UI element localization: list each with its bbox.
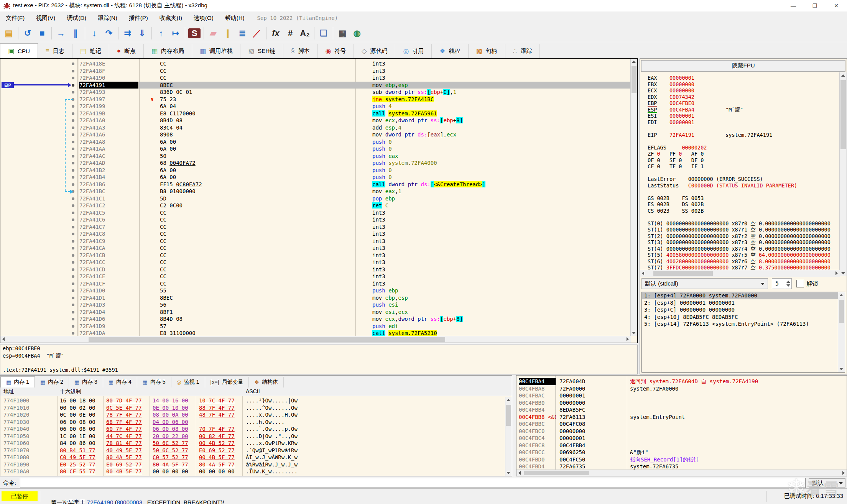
disasm-row[interactable]: 72FA41CCCCint3 <box>0 259 630 266</box>
disasm-row[interactable]: 72FA41B6FF15 0C80FA72call dword ptr ds:[… <box>0 181 630 188</box>
tab-script[interactable]: §脚本 <box>283 44 317 58</box>
disasm-row[interactable]: 72FA41AD68 0040FA72push system.72FA4000 <box>0 159 630 167</box>
disasm-row[interactable]: 72FA41AC50push eax <box>0 153 630 160</box>
stack-row[interactable]: 00C4FBA472FA604D返回到 system.72FA604D 自 sy… <box>516 378 847 385</box>
register-line[interactable]: ESI 00000001 <box>640 113 839 119</box>
disasm-row[interactable]: 72FA41A68908mov dword ptr ds:[eax],ecx <box>0 131 630 138</box>
breakpoint-dot[interactable] <box>72 261 74 264</box>
disasm-row[interactable]: 72FA41CACCint3 <box>0 245 630 252</box>
disassembly-pane[interactable]: 72FA418ECCint372FA418FCCint372FA4190CCin… <box>0 58 638 343</box>
dump-tab-memory-5[interactable]: ▦内存 5 <box>137 377 171 387</box>
dump-tab-memory-4[interactable]: ▦内存 4 <box>103 377 137 387</box>
tab-symbols[interactable]: ◉符号 <box>318 44 354 58</box>
hide-fpu-button[interactable]: 隐藏FPU <box>641 60 845 72</box>
stack-row[interactable]: 00C4FBD000C4FC50指向SEH_Record[1]的指针 <box>516 456 847 463</box>
argument-row[interactable]: 4: [esp+10] 8EDAB5FC 8EDAB5FC <box>642 314 845 321</box>
breakpoint-dot[interactable] <box>72 77 74 79</box>
breakpoint-dot[interactable] <box>72 105 74 108</box>
breakpoint-dot[interactable] <box>72 247 74 250</box>
disasm-row[interactable]: 72FA41918BECmov ebp,esp <box>0 82 630 89</box>
tab-call-stack[interactable]: ▥调用堆栈 <box>192 44 240 58</box>
register-line[interactable]: ST(5) 40058000000000000000 x87r5 空 64.00… <box>640 252 839 258</box>
disasm-row[interactable]: 72FA41A86A 00push 0 <box>0 138 630 146</box>
exception-code-link[interactable]: 80000003 <box>117 499 142 504</box>
dump-row[interactable]: 774F101000 00 02 000C 5E 4F 770E 00 10 0… <box>0 404 505 412</box>
stack-row[interactable]: 00C4FBC800C4FBB4 <box>516 442 847 449</box>
breakpoint-dot[interactable] <box>72 176 74 179</box>
dump-row[interactable]: 774F10501C 00 1E 0044 7C 4F 7720 00 22 0… <box>0 433 505 440</box>
register-line[interactable]: EAX 00000001 <box>640 75 839 81</box>
register-line[interactable]: ST(1) 00000000000000000000 x87r1 空 0.000… <box>640 227 839 233</box>
register-line[interactable]: EDI 00000001 <box>640 119 839 126</box>
breakpoint-dot[interactable] <box>72 169 74 172</box>
tab-notes[interactable]: ▤笔记 <box>72 44 109 58</box>
fx-icon[interactable]: fx <box>268 26 283 41</box>
favourites-icon[interactable]: ≣ <box>235 26 250 41</box>
run-to-user-code-icon[interactable]: ⇓ <box>135 26 150 41</box>
stack-row[interactable]: 00C4FBAC00000001 <box>516 392 847 399</box>
breakpoint-dot[interactable] <box>72 62 74 65</box>
disasm-row[interactable]: 72FA41C8CCint3 <box>0 230 630 238</box>
menu-item[interactable]: 文件(F) <box>0 13 30 23</box>
comments-icon[interactable]: ❙ <box>220 26 235 41</box>
register-line[interactable]: LastStatus C000000D (STATUS_INVALID_PARA… <box>640 182 839 189</box>
disasm-row[interactable]: 72FA41B26A 00push 0 <box>0 167 630 174</box>
register-line[interactable]: ECX 00000000 <box>640 87 839 94</box>
calling-convention-select[interactable]: 默认 (stdcall) <box>641 278 768 289</box>
breakpoint-dot[interactable] <box>72 84 74 87</box>
step-into-icon[interactable]: ↓ <box>87 26 102 41</box>
disasm-vscrollbar[interactable] <box>630 59 637 336</box>
register-line[interactable]: ST(0) 00000000000000000000 x87r0 空 0.000… <box>640 220 839 227</box>
disasm-row[interactable]: 72FA418FCCint3 <box>0 67 630 75</box>
tab-log[interactable]: ≡日志 <box>38 44 72 58</box>
register-line[interactable] <box>640 189 839 195</box>
breakpoint-dot[interactable] <box>72 332 74 335</box>
register-line[interactable]: EDX C0074342 <box>640 94 839 100</box>
dump-row[interactable]: 774F104006 00 08 0060 7F 4F 7706 00 08 0… <box>0 425 505 433</box>
register-line[interactable]: EBP 00C4FBE0 <box>640 100 839 107</box>
breakpoint-dot[interactable] <box>72 254 74 257</box>
stack-row[interactable]: 00C4FBCC00696250&"赝i" <box>516 449 847 456</box>
run-icon[interactable]: → <box>54 26 68 41</box>
disasm-row[interactable]: 72FA41C6CCint3 <box>0 216 630 223</box>
register-line[interactable]: ST(4) 00000000000000000000 x87r4 空 0.000… <box>640 246 839 252</box>
breakpoint-dot[interactable] <box>72 148 74 150</box>
breakpoint-dot[interactable] <box>72 133 74 136</box>
breakpoint-dot[interactable] <box>72 275 74 278</box>
disasm-row[interactable]: 72FA41D68B4D 08mov ecx,dword ptr ss:[ebp… <box>0 315 630 323</box>
stack-row[interactable]: 00C4FBBC00C4FC08 <box>516 420 847 428</box>
stack-row[interactable]: 00C4FBB000000000 <box>516 399 847 407</box>
breakpoint-dot[interactable] <box>72 212 74 214</box>
register-line[interactable] <box>640 214 839 220</box>
breakpoint-dot[interactable] <box>72 197 74 200</box>
register-line[interactable]: ST(2) 00000000000000000000 x87r2 空 0.000… <box>640 233 839 240</box>
breakpoint-dot[interactable] <box>72 183 74 186</box>
register-line[interactable]: EIP 72FA4191 system.72FA4191 <box>640 132 839 138</box>
stack-row[interactable]: 00C4FBC400000001 <box>516 435 847 442</box>
disasm-row[interactable]: 72FA41C5CCint3 <box>0 209 630 217</box>
dump-row[interactable]: 774F100016 00 18 0080 7D 4F 7714 00 16 0… <box>0 397 505 404</box>
command-input[interactable] <box>20 478 806 488</box>
dump-tab-struct[interactable]: ❖结构体 <box>249 377 284 387</box>
argument-row[interactable]: 1: [esp+4] 72FA0000 system.72FA0000 <box>642 292 845 299</box>
register-line[interactable]: GS 002B FS 0053 <box>640 195 839 202</box>
disasm-row[interactable]: 72FA41A383C4 04add esp,4 <box>0 124 630 131</box>
tab-seh[interactable]: ▧SEH链 <box>240 44 283 58</box>
breakpoint-dot[interactable] <box>72 325 74 328</box>
disasm-row[interactable]: 72FA41C2C2 0C00ret C <box>0 202 630 209</box>
disasm-row[interactable]: 72FA41BCB8 01000000mov eax,1 <box>0 188 630 195</box>
breakpoint-dot[interactable] <box>72 226 74 228</box>
dump-tab-watch-1[interactable]: ◎监视 1 <box>171 377 205 387</box>
maximize-button[interactable]: ❐ <box>804 0 826 11</box>
menu-item[interactable]: 调试(D) <box>61 13 92 23</box>
source-icon[interactable]: S <box>187 26 202 41</box>
breakpoint-dot[interactable] <box>72 297 74 299</box>
disasm-row[interactable]: 72FA41C9CCint3 <box>0 238 630 245</box>
disasm-row[interactable]: 72FA41D356push esi <box>0 301 630 309</box>
stack-hscrollbar[interactable] <box>516 470 847 476</box>
menu-item[interactable]: 收藏夹(I) <box>154 13 188 23</box>
breakpoint-dot[interactable] <box>72 240 74 243</box>
register-line[interactable]: EFLAGS 00000202 <box>640 144 839 151</box>
registers-vscrollbar[interactable] <box>839 72 847 276</box>
stack-row[interactable]: 00C4FBC000000000 <box>516 428 847 435</box>
